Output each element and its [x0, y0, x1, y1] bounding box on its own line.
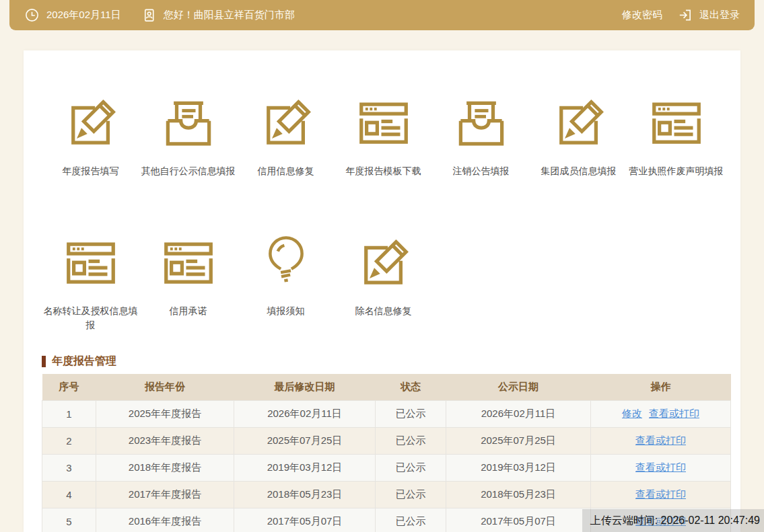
quick-action-delisting-repair[interactable]: 除名信息修复: [335, 234, 432, 332]
quick-action-credit-repair[interactable]: 信用信息修复: [237, 94, 335, 178]
browser-icon: [139, 234, 237, 293]
status-badge: 已公示: [376, 427, 446, 454]
annual-report-section: 年度报告管理 序号 报告年份 最后修改日期 状态 公示日期 操作 1: [42, 355, 730, 532]
main-card: 年度报告填写 其他自行公示信息填报 信用信息修复 年度报告模板下载 注销公告填报: [24, 50, 740, 532]
edit-icon: [42, 94, 139, 153]
quick-action-cancellation-notice[interactable]: 注销公告填报: [432, 94, 530, 178]
status-badge: 已公示: [376, 481, 446, 508]
row-published: 2018年05月23日: [446, 481, 591, 508]
edit-icon: [335, 234, 432, 293]
col-no: 序号: [42, 374, 96, 400]
browser-icon: [42, 234, 139, 293]
col-published: 公示日期: [446, 374, 591, 400]
col-year: 报告年份: [96, 374, 234, 400]
quick-action-label: 年度报告填写: [42, 164, 139, 178]
upload-time-overlay: 上传云端时间: 2026-02-11 20:47:49: [582, 509, 764, 532]
quick-action-label: 填报须知: [237, 304, 335, 318]
quick-action-label: 集团成员信息填报: [530, 164, 627, 178]
row-no: 3: [42, 454, 96, 481]
row-year: 2017年年度报告: [96, 481, 234, 508]
inbox-icon: [139, 94, 237, 153]
quick-action-annual-report-fill[interactable]: 年度报告填写: [42, 94, 139, 178]
top-bar: 2026年02月11日 您好！曲阳县立祥百货门市部 修改密码 退出登录: [9, 0, 755, 30]
browser-icon: [627, 94, 725, 153]
quick-action-label: 信用承诺: [139, 304, 237, 318]
quick-action-label: 其他自行公示信息填报: [139, 164, 237, 178]
row-published: 2019年03月12日: [446, 454, 591, 481]
row-no: 5: [42, 508, 96, 532]
clock-icon: [24, 7, 40, 23]
logout-label: 退出登录: [699, 9, 740, 22]
badge-icon: [141, 7, 157, 23]
section-title: 年度报告管理: [42, 355, 730, 367]
quick-action-license-void-declaration[interactable]: 营业执照作废声明填报: [627, 94, 725, 178]
user-group: 您好！曲阳县立祥百货门市部: [141, 7, 295, 23]
logout-icon: [677, 7, 693, 23]
row-year: 2023年年度报告: [96, 427, 234, 454]
view-print-link[interactable]: 查看或打印: [635, 461, 686, 473]
col-actions: 操作: [591, 374, 731, 400]
bulb-icon: [237, 234, 335, 293]
browser-icon: [335, 94, 432, 153]
row-no: 1: [42, 400, 96, 427]
table-row: 3 2018年年度报告 2019年03月12日 已公示 2019年03月12日 …: [42, 454, 731, 481]
row-year: 2016年年度报告: [96, 508, 234, 532]
row-published: 2025年07月25日: [446, 427, 591, 454]
row-modified: 2025年07月25日: [234, 427, 376, 454]
annual-report-table: 序号 报告年份 最后修改日期 状态 公示日期 操作 1 2025年年度报告 20…: [42, 374, 731, 532]
inbox-icon: [432, 94, 530, 153]
status-badge: 已公示: [376, 508, 446, 532]
title-marker: [42, 356, 46, 367]
quick-action-grid: 年度报告填写 其他自行公示信息填报 信用信息修复 年度报告模板下载 注销公告填报: [42, 94, 725, 388]
row-modified: 2017年05月07日: [234, 508, 376, 532]
view-print-link[interactable]: 查看或打印: [649, 408, 699, 419]
table-row: 4 2017年年度报告 2018年05月23日 已公示 2018年05月23日 …: [42, 481, 731, 508]
col-status: 状态: [376, 374, 446, 400]
change-password-button[interactable]: 修改密码: [622, 9, 662, 22]
quick-action-label: 注销公告填报: [432, 164, 530, 178]
row-modified: 2018年05月23日: [234, 481, 376, 508]
user-greeting: 您好！曲阳县立祥百货门市部: [164, 9, 295, 22]
row-modified: 2026年02月11日: [234, 400, 376, 427]
edit-icon: [530, 94, 627, 153]
row-published: 2026年02月11日: [446, 400, 591, 427]
quick-action-credit-commitment[interactable]: 信用承诺: [139, 234, 237, 332]
quick-action-template-download[interactable]: 年度报告模板下载: [335, 94, 432, 178]
quick-action-group-member-info[interactable]: 集团成员信息填报: [530, 94, 627, 178]
current-date: 2026年02月11日: [46, 9, 121, 22]
table-header-row: 序号 报告年份 最后修改日期 状态 公示日期 操作: [42, 374, 731, 400]
logout-button[interactable]: 退出登录: [677, 7, 740, 23]
view-print-link[interactable]: 查看或打印: [635, 488, 686, 500]
quick-action-label: 信用信息修复: [237, 164, 335, 178]
row-year: 2018年年度报告: [96, 454, 234, 481]
view-print-link[interactable]: 查看或打印: [635, 434, 686, 446]
row-no: 2: [42, 427, 96, 454]
row-modified: 2019年03月12日: [234, 454, 376, 481]
quick-action-label: 名称转让及授权信息填报: [42, 304, 139, 332]
quick-action-label: 营业执照作废声明填报: [627, 164, 725, 178]
modify-link[interactable]: 修改: [622, 408, 642, 419]
table-row: 1 2025年年度报告 2026年02月11日 已公示 2026年02月11日 …: [42, 400, 731, 427]
col-modified: 最后修改日期: [234, 374, 376, 400]
quick-action-label: 年度报告模板下载: [335, 164, 432, 178]
quick-action-filing-instructions[interactable]: 填报须知: [237, 234, 335, 332]
quick-action-label: 除名信息修复: [335, 304, 432, 318]
row-published: 2017年05月07日: [446, 508, 591, 532]
row-year: 2025年年度报告: [96, 400, 234, 427]
edit-icon: [237, 94, 335, 153]
row-no: 4: [42, 481, 96, 508]
date-group: 2026年02月11日: [24, 7, 121, 23]
quick-action-name-transfer-auth[interactable]: 名称转让及授权信息填报: [42, 234, 139, 332]
quick-action-other-public-info[interactable]: 其他自行公示信息填报: [139, 94, 237, 178]
status-badge: 已公示: [376, 400, 446, 427]
status-badge: 已公示: [376, 454, 446, 481]
table-row: 2 2023年年度报告 2025年07月25日 已公示 2025年07月25日 …: [42, 427, 731, 454]
